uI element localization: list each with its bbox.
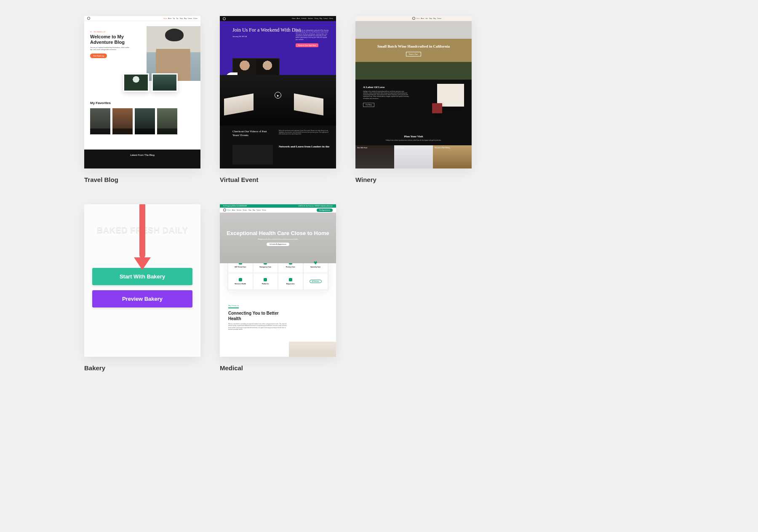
travel-headline: Welcome to My Adventure Blog xyxy=(90,34,142,45)
template-card-bakery: BAKED FRESH DAILY Start With Bakery Prev… xyxy=(84,204,200,372)
nav-link: About xyxy=(297,18,300,19)
network-heading: Network and Learn from Leaders in the xyxy=(279,145,329,149)
labor-copy: Indulge in the artistry of winemaking wi… xyxy=(363,91,409,100)
card-title-virtual: Virtual Event xyxy=(220,176,336,183)
nav-link: Pricing xyxy=(315,18,318,19)
medical-hero-cta: Schedule An Appointment xyxy=(267,243,289,246)
bakery-hover-buttons: Start With Bakery Preview Bakery xyxy=(92,268,192,307)
template-card-medical: For Emergency Hotline Call 180-000-0000 … xyxy=(220,204,336,372)
person-icon xyxy=(239,278,242,281)
divi-logo-icon xyxy=(223,209,226,211)
medical-topbar: For Emergency Hotline Call 180-000-0000 … xyxy=(220,204,336,208)
service-cell: All Services xyxy=(303,273,328,290)
connect-copy: We are committed to providing exceptiona… xyxy=(228,323,287,331)
divi-logo-icon xyxy=(223,17,226,20)
nav-link: Home xyxy=(163,18,167,19)
start-with-template-button[interactable]: Start With Bakery xyxy=(92,268,192,285)
nav-link: About xyxy=(232,209,235,211)
travel-sub: Join me as I explore breathtaking destin… xyxy=(90,47,132,51)
labor-cta: Our Story xyxy=(363,103,374,107)
medical-nav: Home About Services Doctors Shop Blog Co… xyxy=(220,208,336,213)
card-title-winery: Winery xyxy=(355,176,472,183)
medical-headline: Exceptional Health Care Close to Home xyxy=(227,230,329,237)
nav-link: Blog xyxy=(433,18,436,19)
favorite-tile xyxy=(90,108,110,134)
nav-link: Blog xyxy=(184,18,187,19)
template-thumb-bakery[interactable]: BAKED FRESH DAILY Start With Bakery Prev… xyxy=(84,204,200,357)
service-cell: Pediatrics xyxy=(253,273,278,290)
virtual-copy: Get ready for an unforgettable weekend o… xyxy=(296,29,329,47)
network-thumb xyxy=(232,145,273,164)
virtual-videos-section: Checkout Our Videos of Past Years' Event… xyxy=(220,126,336,137)
plan-copy: Indulge in our exclusive premium wine se… xyxy=(368,139,459,141)
winery-nav: Home About Join Shop Blog Contact xyxy=(355,16,472,21)
winery-plan: Plan Your Visit Indulge in our exclusive… xyxy=(355,133,472,145)
virtual-nav: Home About Schedule Speakers Pricing Blo… xyxy=(220,16,336,21)
nav-link: Shop xyxy=(429,18,432,19)
winery-photos xyxy=(437,84,464,113)
medical-image xyxy=(289,342,336,357)
nav-link: Blog xyxy=(253,209,255,211)
play-icon: ▶ xyxy=(275,92,281,99)
all-services-link: All Services xyxy=(310,280,322,283)
medical-sub: Bringing world-class medical services an… xyxy=(258,238,298,240)
travel-nav-links: Home About Trip Tips Shop Blog Contact 0… xyxy=(163,18,198,19)
nav-link: About xyxy=(168,18,171,19)
divi-logo-icon xyxy=(412,17,415,20)
nav-link: Home xyxy=(292,18,296,19)
virtual-cta: Reserve Your Spot Now xyxy=(296,43,318,47)
virtual-video: ▶ xyxy=(220,75,336,126)
lab-icon xyxy=(289,278,292,281)
nav-link: Shop xyxy=(248,209,251,211)
nav-link: Home xyxy=(227,209,231,211)
nav-link: Trip xyxy=(173,18,175,19)
divi-logo-icon xyxy=(87,17,90,20)
nav-link: Shop xyxy=(180,18,183,19)
nav-link: Join xyxy=(425,18,428,19)
nav-link: 0 Items xyxy=(329,18,333,19)
strip-tile: Dine With Food xyxy=(355,145,394,168)
winery-labor: A Labor Of Love Indulge in the artistry … xyxy=(355,80,472,134)
appointment-button: Get Appointment xyxy=(317,209,333,212)
topbar-left: For Emergency Hotline Call 180-000-0000 xyxy=(223,205,247,207)
topbar-right: 1234 Divi St. San Francisco, CA 93421 in… xyxy=(298,205,333,207)
favorite-tile xyxy=(112,108,133,134)
virtual-hero: Join Us For a Weekend With Divi January … xyxy=(220,21,336,75)
travel-nav: Home About Trip Tips Shop Blog Contact 0… xyxy=(84,16,200,21)
winery-strip: Dine With Food Wine Tasting Discover a R… xyxy=(355,145,472,168)
preview-template-button[interactable]: Preview Bakery xyxy=(92,290,192,307)
child-icon xyxy=(264,278,267,281)
nav-link: Services xyxy=(237,209,242,211)
nav-link: Doctors xyxy=(243,209,247,211)
travel-cta: Start Exploring xyxy=(90,53,107,58)
nav-link: Contact xyxy=(256,209,261,211)
nav-link: 0 Items xyxy=(193,18,198,19)
videos-heading: Checkout Our Videos of Past Years' Event… xyxy=(232,130,273,137)
card-title-travel: Travel Blog xyxy=(84,176,200,183)
template-thumb-virtual[interactable]: Home About Schedule Speakers Pricing Blo… xyxy=(220,16,336,168)
favorite-tile xyxy=(157,108,177,134)
template-card-virtual: Home About Schedule Speakers Pricing Blo… xyxy=(220,16,336,183)
medical-kicker: Why Choose Us xyxy=(228,305,239,308)
favorites-heading: My Favorites xyxy=(90,101,195,105)
nav-link: 0 Items xyxy=(262,209,266,211)
template-card-winery: Home About Join Shop Blog Contact Small … xyxy=(355,16,472,183)
template-thumb-travel[interactable]: Home About Trip Tips Shop Blog Contact 0… xyxy=(84,16,200,168)
card-title-bakery: Bakery xyxy=(84,364,200,372)
nav-link: Blog xyxy=(320,18,322,19)
nav-link: Contact xyxy=(323,18,328,19)
nav-link: About xyxy=(421,18,424,19)
card-title-medical: Medical xyxy=(220,364,336,372)
template-thumb-winery[interactable]: Home About Join Shop Blog Contact Small … xyxy=(355,16,472,168)
speakers-photo xyxy=(232,58,280,75)
bakery-headline: BAKED FRESH DAILY xyxy=(84,225,200,235)
template-thumb-medical[interactable]: For Emergency Hotline Call 180-000-0000 … xyxy=(220,204,336,357)
plan-heading: Plan Your Visit xyxy=(368,135,459,138)
medical-connect: Why Choose Us Connecting You to Better H… xyxy=(220,290,336,331)
service-cell: Women's Health xyxy=(228,273,253,290)
virtual-network-section: Network and Learn from Leaders in the xyxy=(220,137,336,164)
nav-link: Speakers xyxy=(308,18,313,19)
connect-heading: Connecting You to Better Health xyxy=(228,311,283,321)
travel-mini-images xyxy=(123,73,178,92)
travel-hero: HI, I'M DANIELLE! Welcome to My Adventur… xyxy=(84,21,200,84)
